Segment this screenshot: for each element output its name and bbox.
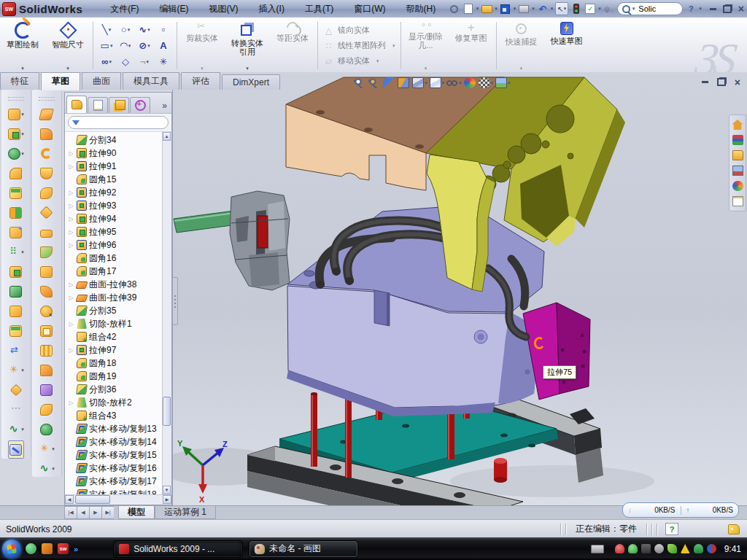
tag-icon[interactable] <box>728 524 740 534</box>
sketch-entity-button[interactable]: ∞▾ <box>97 54 116 70</box>
menu-item[interactable]: 插入(I) <box>250 1 293 18</box>
tray-icon[interactable] <box>654 544 664 553</box>
toolbar-button[interactable]: ▾ <box>8 244 24 260</box>
sketch-entity-button[interactable]: ○▾ <box>116 22 135 38</box>
help-dropdown[interactable]: ▾ <box>699 6 702 12</box>
quick-snaps-button[interactable]: 快速捕捉 ▾ <box>499 19 544 72</box>
open-icon[interactable] <box>481 4 492 14</box>
print-dropdown[interactable]: ▾ <box>532 6 535 12</box>
help-icon[interactable]: ? <box>685 4 697 14</box>
toolbar-button[interactable] <box>41 145 53 162</box>
save-icon[interactable] <box>500 4 511 14</box>
menu-item[interactable]: 编辑(E) <box>151 1 198 18</box>
menu-item[interactable]: 窗口(W) <box>345 1 394 18</box>
taskbar-window-button[interactable]: SolidWorks 2009 - ... <box>113 540 243 558</box>
expand-arrow-icon[interactable]: ▷ <box>68 203 74 209</box>
toolbar-button[interactable]: ▾ <box>8 125 24 142</box>
horizontal-scroll-thumb[interactable] <box>75 495 110 504</box>
tray-icon[interactable] <box>641 544 651 553</box>
solidworks-shortcut-icon[interactable]: SW <box>58 543 69 554</box>
doc-restore-icon[interactable] <box>717 78 726 86</box>
toolbar-button[interactable] <box>40 263 53 280</box>
save-dropdown[interactable]: ▾ <box>514 6 516 12</box>
tree-item[interactable]: ▷ 圆角17 <box>68 265 163 278</box>
linear-pattern-button[interactable]: ∷ 线性草图阵列 ▾ <box>323 39 395 52</box>
toolbar-button[interactable]: ▾ <box>8 106 24 122</box>
doc-minimize-icon[interactable] <box>702 81 708 83</box>
media-app-icon[interactable] <box>42 543 53 554</box>
toolbar-button[interactable] <box>9 401 23 418</box>
next-tab-button[interactable]: ▶ <box>89 506 101 519</box>
toolbar-button[interactable] <box>40 125 53 142</box>
sketch-entity-button[interactable]: ◇▾ <box>116 54 135 70</box>
menu-item[interactable]: 视图(V) <box>201 1 247 18</box>
headsup-button[interactable] <box>368 77 381 88</box>
expand-arrow-icon[interactable]: ▷ <box>68 216 74 222</box>
select-cursor-icon[interactable]: ↖▾ <box>555 2 568 15</box>
tree-item[interactable]: ▷ 分割36 <box>68 383 163 396</box>
new-document-icon[interactable] <box>462 4 474 14</box>
display-delete-relations-button[interactable]: 显示/删除几... ▾ <box>403 19 449 72</box>
options-dropdown[interactable]: ▾ <box>598 6 601 12</box>
toolbar-button[interactable]: ▾ <box>8 145 24 162</box>
toolbar-button[interactable] <box>40 244 53 260</box>
toolbar-button[interactable]: ▾ <box>39 440 55 457</box>
tree-item[interactable]: ▷ 组合42 <box>68 330 163 343</box>
macro-icon[interactable]: ψ.. <box>603 4 615 14</box>
expand-arrow-icon[interactable]: ▷ <box>68 229 74 236</box>
tray-icon[interactable] <box>694 544 703 553</box>
expand-arrow-icon[interactable]: ▷ <box>68 150 74 157</box>
menu-item[interactable]: 帮助(H) <box>398 1 445 18</box>
print-icon[interactable] <box>518 4 530 14</box>
toolbar-button[interactable] <box>9 303 23 319</box>
task-pane-icon[interactable] <box>732 181 743 191</box>
tree-item[interactable]: ▷ 拉伸92 <box>68 186 163 199</box>
tray-icon[interactable] <box>628 544 638 553</box>
options-checklist-icon[interactable]: ✓ <box>584 4 596 14</box>
graphics-viewport[interactable]: Y Z X <box>172 72 747 505</box>
commandmanager-tab[interactable]: 评估 <box>181 72 220 90</box>
toolbar-button[interactable]: ▾ <box>8 421 24 438</box>
part-gray-clamp[interactable] <box>230 191 290 290</box>
tree-item[interactable]: ▷ 实体-移动/复制17 <box>68 475 163 488</box>
tree-item[interactable]: ▷ 圆角15 <box>68 173 163 186</box>
task-pane-icon[interactable] <box>732 120 743 130</box>
sketch-entity-button[interactable]: ◠▾ <box>116 38 135 54</box>
quick-tips-help-icon[interactable]: ? <box>665 523 678 535</box>
toolbar-button[interactable] <box>9 283 23 300</box>
tree-item[interactable]: ▷ 分割34 <box>68 133 163 147</box>
task-pane-icon[interactable] <box>732 196 743 206</box>
toolbar-button[interactable] <box>40 184 53 201</box>
search-input[interactable] <box>637 4 678 14</box>
sketch-entity-button[interactable]: ╲▾ <box>97 22 116 38</box>
toolbar-button[interactable] <box>40 381 53 398</box>
tree-item[interactable]: ▷ 拉伸93 <box>68 199 163 212</box>
rapid-sketch-button[interactable]: 快速草图 <box>544 19 589 72</box>
panel-tabs-overflow[interactable]: » <box>159 101 170 113</box>
open-dropdown[interactable]: ▾ <box>495 6 498 12</box>
menu-item[interactable]: 文件(F) <box>101 1 147 18</box>
start-button[interactable] <box>2 540 21 559</box>
tray-icon[interactable] <box>681 544 690 553</box>
sketch-entity-button[interactable]: A▾ <box>154 38 173 54</box>
toolbar-button[interactable] <box>8 440 24 459</box>
commandmanager-tab[interactable]: 特征 <box>0 72 39 90</box>
toolbar-button[interactable] <box>9 342 23 359</box>
toolbar-button[interactable] <box>9 322 23 339</box>
tree-item[interactable]: ▷ 切除-放样1 <box>68 317 163 330</box>
quick-launch-overflow[interactable]: » <box>74 545 78 553</box>
tree-item[interactable]: ▷ 拉伸94 <box>68 212 163 225</box>
vertical-scroll-thumb[interactable] <box>163 397 171 426</box>
smart-dimension-button[interactable]: 智能尺寸 ▾ <box>45 19 90 72</box>
tree-item[interactable]: ▷ 圆角18 <box>68 357 163 370</box>
prev-tab-button[interactable]: ◀ <box>77 506 89 519</box>
sketch-entity-button[interactable]: ✳▾ <box>154 54 173 70</box>
keyboard-layout-icon[interactable] <box>591 545 604 553</box>
sketch-entity-button[interactable]: ▭▾ <box>97 38 116 54</box>
sketch-entity-button[interactable]: ∿▾ <box>135 22 154 38</box>
toolbar-button[interactable] <box>40 283 53 300</box>
tree-item[interactable]: ▷ 组合43 <box>68 409 163 422</box>
sketch-entity-button[interactable]: ¬▾ <box>135 54 154 70</box>
task-pane-icon[interactable] <box>732 135 743 145</box>
clock[interactable]: 9:41 <box>724 544 741 554</box>
